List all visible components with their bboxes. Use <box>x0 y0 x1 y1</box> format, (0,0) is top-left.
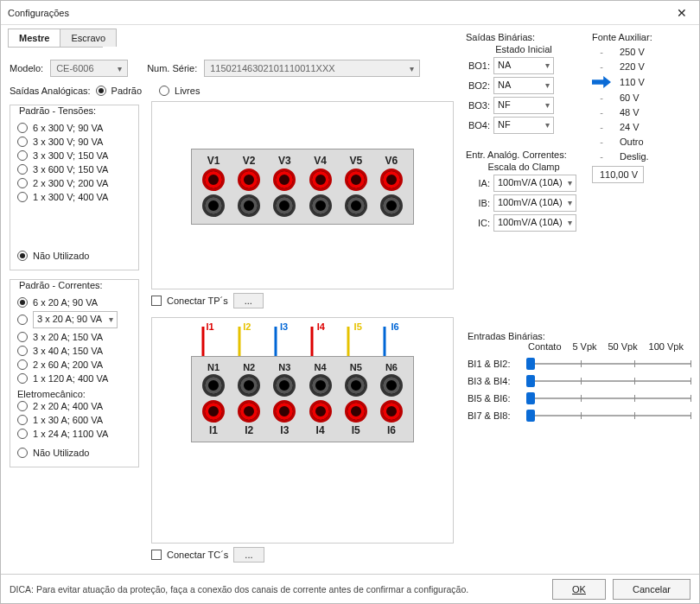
bo4-select[interactable]: NF▾ <box>493 117 554 134</box>
current-panel: I1 I2 I3 I4 I5 I6 N1 N2 N3 N4 N5 <box>151 317 454 544</box>
radio-corrente-1[interactable] <box>17 315 28 325</box>
aux-value-label: 250 V <box>620 47 645 57</box>
corrente-opt-label: 6 x 20 A; 90 VA <box>33 297 98 308</box>
ic-value: 100mV/A (10A) <box>498 217 563 227</box>
eb-slider[interactable] <box>526 363 690 365</box>
corrente-opt-label: 3 x 20 A; 90 VA <box>37 314 102 324</box>
radio-corrente-5[interactable] <box>17 373 28 384</box>
slider-knob[interactable] <box>526 392 535 404</box>
jack-icon <box>345 400 367 423</box>
eb-row-label: BI3 & BI4: <box>468 376 521 386</box>
slider-knob[interactable] <box>526 375 535 387</box>
tensao-opt-label: 3 x 600 V; 150 VA <box>33 164 108 175</box>
aux-option[interactable]: 110 V <box>592 76 687 88</box>
v-label: V1 <box>197 155 230 167</box>
jack-icon <box>309 168 332 191</box>
eb-slider[interactable] <box>526 397 690 399</box>
aux-option[interactable]: -220 V <box>592 61 687 72</box>
radio-tensao-nao-utilizado[interactable] <box>17 251 28 261</box>
bo4-value: NF <box>498 119 511 130</box>
dash-icon: - <box>592 47 611 57</box>
corrente-opt-label: 1 x 120 A; 400 VA <box>33 373 108 384</box>
ok-button[interactable]: OK <box>552 579 606 600</box>
close-icon[interactable]: ✕ <box>671 0 692 27</box>
slider-knob[interactable] <box>526 410 535 422</box>
radio-em-1[interactable] <box>17 415 28 425</box>
i-label: I1 <box>197 424 230 436</box>
slider-knob[interactable] <box>526 358 535 370</box>
radio-em-0[interactable] <box>17 401 28 411</box>
tick-icon <box>634 395 635 402</box>
radio-tensao-4[interactable] <box>17 178 28 188</box>
aux-option[interactable]: -Outro <box>592 137 687 147</box>
bo3-select[interactable]: NF▾ <box>493 97 554 114</box>
v-label: V2 <box>232 155 265 167</box>
hint-text: DICA: Para evitar atuação da proteção, f… <box>10 584 545 594</box>
jack-icon <box>238 400 260 423</box>
radio-em-2[interactable] <box>17 429 28 439</box>
chevron-down-icon: ▾ <box>568 218 572 227</box>
jack-icon <box>273 374 296 397</box>
ia-select[interactable]: 100mV/A (10A)▾ <box>493 175 576 192</box>
radio-tensao-2[interactable] <box>17 150 28 161</box>
eb-slider[interactable] <box>526 415 690 416</box>
radio-tensao-5[interactable] <box>17 192 28 202</box>
bo1-value: NA <box>498 60 511 70</box>
jack-icon <box>309 194 332 217</box>
corrente-opt-label: 3 x 20 A; 150 VA <box>33 332 103 342</box>
bo2-select[interactable]: NA▾ <box>493 77 554 94</box>
conectar-tc-check[interactable] <box>151 550 162 560</box>
radio-tensao-1[interactable] <box>17 137 28 147</box>
conectar-tc-dots[interactable]: ... <box>233 547 264 563</box>
padrao-tensoes-title: Padrão - Tensões: <box>16 105 99 116</box>
radio-livres[interactable] <box>159 86 169 96</box>
bo1-select[interactable]: NA▾ <box>493 57 554 74</box>
jack-icon <box>238 374 260 397</box>
corrente-opt-1-select[interactable]: 3 x 20 A; 90 VA▾ <box>33 311 118 328</box>
tab-mestre[interactable]: Mestre <box>8 29 60 47</box>
jack-icon <box>202 374 225 397</box>
eb-col-label: 5 Vpk <box>572 341 596 352</box>
radio-tensao-0[interactable] <box>17 123 28 133</box>
aux-option[interactable]: -24 V <box>592 122 687 132</box>
tab-escravo[interactable]: Escravo <box>60 29 117 47</box>
jack-icon <box>202 400 225 423</box>
jack-icon <box>345 194 367 217</box>
jack-icon <box>273 194 296 217</box>
eac-title: Entr. Analóg. Correntes: <box>466 149 582 160</box>
radio-corrente-0[interactable] <box>17 297 28 308</box>
ib-select[interactable]: 100mV/A (10A)▾ <box>493 194 576 212</box>
tick-icon <box>690 378 691 385</box>
chevron-down-icon: ▾ <box>545 60 550 70</box>
conectar-tp-check[interactable] <box>151 296 162 306</box>
i-label: I6 <box>375 424 408 436</box>
jack-icon <box>273 168 296 191</box>
radio-tensao-3[interactable] <box>17 164 28 175</box>
fonte-aux-input[interactable]: 110,00 V <box>592 166 644 183</box>
tick-icon <box>581 378 582 385</box>
radio-corrente-nao-utilizado[interactable] <box>17 448 28 458</box>
eletromecanico-title: Eletromecânico: <box>17 385 131 399</box>
chevron-down-icon: ▾ <box>545 80 550 90</box>
radio-corrente-3[interactable] <box>17 346 28 356</box>
radio-livres-label: Livres <box>175 86 200 96</box>
entradas-binarias: Entradas Binárias: Contato 5 Vpk 50 Vpk … <box>468 331 690 428</box>
aux-option[interactable]: -250 V <box>592 47 687 57</box>
aux-option[interactable]: -48 V <box>592 107 687 118</box>
conectar-tp-dots[interactable]: ... <box>233 293 264 308</box>
i-label: I5 <box>340 424 372 436</box>
dash-icon: - <box>592 107 611 118</box>
jack-icon <box>202 168 225 191</box>
radio-corrente-4[interactable] <box>17 359 28 370</box>
i-label: I4 <box>304 424 337 436</box>
serial-select: 11502146302101110011XXX ▾ <box>204 60 420 77</box>
ic-select[interactable]: 100mV/A (10A)▾ <box>493 214 576 232</box>
cancel-button[interactable]: Cancelar <box>613 579 690 600</box>
aux-option[interactable]: -Deslig. <box>592 151 687 162</box>
eb-row: BI5 & BI6: <box>468 393 690 404</box>
aux-option[interactable]: -60 V <box>592 92 687 103</box>
group-padrao-correntes: Padrão - Correntes: 6 x 20 A; 90 VA 3 x … <box>10 279 139 467</box>
radio-corrente-2[interactable] <box>17 332 28 342</box>
eb-slider[interactable] <box>526 380 690 382</box>
radio-padrao[interactable] <box>96 86 106 96</box>
